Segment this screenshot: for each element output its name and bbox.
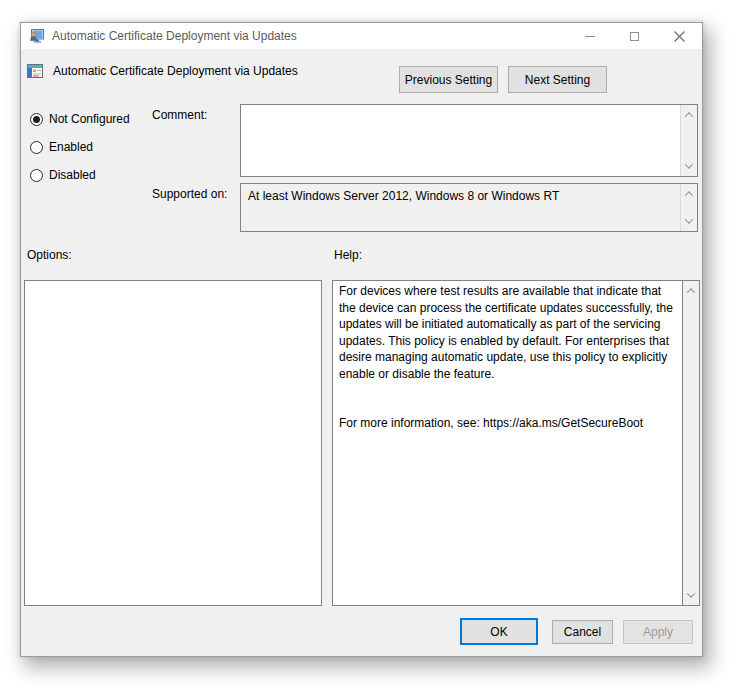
scroll-down-button[interactable] [683,161,696,171]
radio-icon [30,141,43,154]
policy-setting-icon [27,63,44,79]
window-title: Automatic Certificate Deployment via Upd… [52,29,567,43]
scroll-up-button[interactable] [683,189,696,199]
chevron-up-icon [687,288,695,296]
policy-title: Automatic Certificate Deployment via Upd… [53,64,298,78]
chevron-down-icon [685,215,693,223]
scroll-down-button[interactable] [683,216,696,226]
help-panel: For devices where test results are avail… [332,280,700,606]
policy-setting-dialog: Automatic Certificate Deployment via Upd… [20,22,703,657]
comment-scrollbar[interactable] [680,105,697,176]
scroll-down-button[interactable] [685,590,698,600]
chevron-down-icon [687,589,695,597]
apply-button[interactable]: Apply [623,620,693,644]
scroll-up-button[interactable] [685,286,698,296]
titlebar: Automatic Certificate Deployment via Upd… [21,23,702,49]
radio-label: Disabled [49,168,96,182]
radio-label: Enabled [49,140,93,154]
cancel-button[interactable]: Cancel [552,620,613,644]
minimize-icon [585,36,595,37]
chevron-up-icon [685,112,693,120]
help-label: Help: [334,248,362,262]
supported-on-label: Supported on: [152,187,227,201]
radio-icon [30,113,43,126]
comment-value [241,105,697,111]
app-icon [29,28,45,44]
maximize-button[interactable] [612,23,657,49]
options-panel [24,280,322,606]
previous-setting-button[interactable]: Previous Setting [399,66,498,93]
supported-on-field: At least Windows Server 2012, Windows 8 … [240,183,698,232]
comment-label: Comment: [152,108,207,122]
options-label: Options: [27,248,72,262]
radio-disabled[interactable]: Disabled [30,167,96,183]
maximize-icon [630,32,639,41]
radio-label: Not Configured [49,112,130,126]
radio-icon [30,169,43,182]
chevron-up-icon [685,191,693,199]
help-text-content: For devices where test results are avail… [333,281,682,605]
radio-enabled[interactable]: Enabled [30,139,93,155]
chevron-down-icon [685,160,693,168]
close-button[interactable] [657,23,702,49]
supported-on-value: At least Windows Server 2012, Windows 8 … [241,184,697,203]
close-icon [674,31,685,42]
scroll-up-button[interactable] [683,110,696,120]
supported-scrollbar[interactable] [680,184,697,231]
radio-not-configured[interactable]: Not Configured [30,111,130,127]
help-paragraph: For devices where test results are avail… [339,283,677,382]
minimize-button[interactable] [567,23,612,49]
help-scrollbar[interactable] [682,281,699,605]
help-more-info: For more information, see: https://aka.m… [339,415,677,432]
ok-button[interactable]: OK [460,618,538,645]
comment-textarea[interactable] [240,104,698,177]
next-setting-button[interactable]: Next Setting [508,66,607,93]
